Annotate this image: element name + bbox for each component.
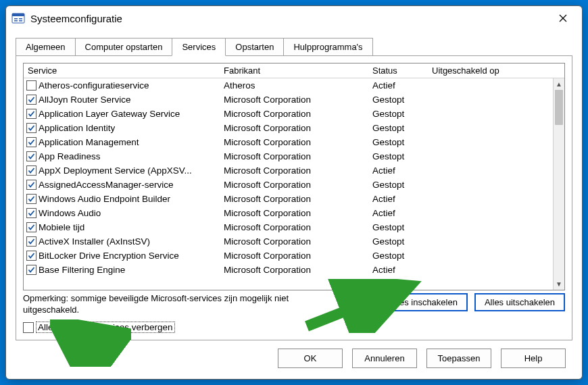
disable-all-button[interactable]: Alles uitschakelen [474,293,565,311]
table-row[interactable]: Windows Audio Endpoint BuilderMicrosoft … [24,192,564,206]
service-name: Application Layer Gateway Service [39,109,180,119]
titlebar: Systeemconfiguratie [6,6,582,30]
list-header: Service Fabrikant Status Uitgeschakeld o… [24,63,564,78]
ok-button[interactable]: OK [278,349,343,368]
svg-rect-3 [14,20,18,22]
tab-computer-opstarten[interactable]: Computer opstarten [75,38,173,56]
vertical-scrollbar[interactable]: ▲ ▼ [553,78,564,290]
svg-rect-4 [19,18,22,20]
service-name: Windows Audio [39,208,101,218]
status-cell: Gestopt [368,220,428,234]
help-button[interactable]: Help [501,349,566,368]
vendor-cell: Microsoft Corporation [220,121,368,135]
cancel-button[interactable]: Annuleren [352,349,417,368]
table-row[interactable]: Windows AudioMicrosoft CorporationActief [24,206,564,220]
table-row[interactable]: Mobiele tijdMicrosoft CorporationGestopt [24,220,564,234]
services-panel: Service Fabrikant Status Uitgeschakeld o… [16,55,572,340]
vendor-cell: Microsoft Corporation [220,206,368,220]
msconfig-window: Systeemconfiguratie AlgemeenComputer ops… [5,5,583,380]
table-row[interactable]: Base Filtering EngineMicrosoft Corporati… [24,263,564,277]
service-name: Application Management [39,137,139,147]
status-cell: Actief [368,78,428,93]
service-name: Application Identity [39,123,115,133]
table-row[interactable]: BitLocker Drive Encryption ServiceMicros… [24,249,564,263]
svg-rect-5 [19,20,22,22]
scroll-down-icon[interactable]: ▼ [554,278,564,290]
tab-algemeen[interactable]: Algemeen [16,38,76,56]
dialog-buttons: OK Annuleren Toepassen Help [6,349,582,379]
status-cell: Gestopt [368,121,428,135]
row-checkbox[interactable] [26,165,36,176]
service-name: Base Filtering Engine [39,265,125,275]
row-checkbox[interactable] [26,208,36,218]
table-row[interactable]: App ReadinessMicrosoft CorporationGestop… [24,149,564,163]
close-button[interactable] [549,7,577,29]
table-row[interactable]: Atheros-configuratieserviceAtherosActief [24,78,564,93]
hide-ms-checkbox[interactable] [23,322,34,333]
service-name: Mobiele tijd [39,222,84,232]
service-name: AllJoyn Router Service [39,95,131,105]
row-checkbox[interactable] [26,194,36,204]
disabled-on-cell [428,211,564,215]
row-checkbox[interactable] [26,222,36,232]
table-row[interactable]: Application Layer Gateway ServiceMicroso… [24,107,564,121]
row-checkbox[interactable] [26,109,36,119]
table-row[interactable]: AllJoyn Router ServiceMicrosoft Corporat… [24,93,564,107]
status-cell: Actief [368,263,428,277]
row-checkbox[interactable] [26,80,36,91]
service-name: App Readiness [39,151,101,161]
row-checkbox[interactable] [26,236,36,247]
disabled-on-cell [428,112,564,116]
vendor-cell: Microsoft Corporation [220,234,368,249]
table-row[interactable]: Application ManagementMicrosoft Corporat… [24,135,564,149]
disabled-on-cell [428,126,564,130]
column-disabled-on[interactable]: Uitgeschakeld op [428,63,564,78]
column-vendor[interactable]: Fabrikant [220,63,368,78]
vendor-cell: Microsoft Corporation [220,107,368,121]
row-checkbox[interactable] [26,265,36,275]
disabled-on-cell [428,84,564,88]
vendor-cell: Microsoft Corporation [220,220,368,234]
table-row[interactable]: Application IdentityMicrosoft Corporatio… [24,121,564,135]
service-name: Windows Audio Endpoint Builder [39,194,170,204]
service-name: AssignedAccessManager-service [39,180,174,190]
enable-all-button[interactable]: Alles inschakelen [379,293,467,311]
vendor-cell: Microsoft Corporation [220,178,368,192]
status-cell: Gestopt [368,249,428,263]
table-row[interactable]: AssignedAccessManager-serviceMicrosoft C… [24,178,564,192]
table-row[interactable]: AppX Deployment Service (AppXSV...Micros… [24,163,564,178]
disabled-on-cell [428,169,564,173]
hide-ms-label[interactable]: Alle Microsoft-services verbergen [36,322,175,333]
hide-ms-row: Alle Microsoft-services verbergen [23,322,565,333]
disabled-on-cell [428,240,564,244]
tab-opstarten[interactable]: Opstarten [225,38,284,56]
note-text: Opmerking: sommige beveiligde Microsoft-… [23,293,307,316]
vendor-cell: Microsoft Corporation [220,192,368,206]
column-status[interactable]: Status [368,63,428,78]
list-body[interactable]: Atheros-configuratieserviceAtherosActief… [24,78,564,290]
status-cell: Actief [368,192,428,206]
apply-button[interactable]: Toepassen [426,349,491,368]
row-checkbox[interactable] [26,251,36,261]
disabled-on-cell [428,98,564,102]
tab-services[interactable]: Services [172,38,226,56]
row-checkbox[interactable] [26,123,36,133]
vendor-cell: Microsoft Corporation [220,93,368,107]
disabled-on-cell [428,197,564,201]
disabled-on-cell [428,254,564,258]
services-list: Service Fabrikant Status Uitgeschakeld o… [23,63,565,290]
service-name: BitLocker Drive Encryption Service [39,251,179,261]
disabled-on-cell [428,183,564,187]
row-checkbox[interactable] [26,151,36,161]
scroll-up-icon[interactable]: ▲ [554,78,564,90]
vendor-cell: Microsoft Corporation [220,263,368,277]
row-checkbox[interactable] [26,180,36,190]
tab-hulpprogramma-s[interactable]: Hulpprogramma's [283,38,372,56]
row-checkbox[interactable] [26,137,36,147]
row-checkbox[interactable] [26,95,36,105]
column-service[interactable]: Service [24,63,220,78]
scroll-thumb[interactable] [555,90,563,125]
status-cell: Gestopt [368,135,428,149]
disabled-on-cell [428,268,564,272]
table-row[interactable]: ActiveX Installer (AxInstSV)Microsoft Co… [24,234,564,249]
